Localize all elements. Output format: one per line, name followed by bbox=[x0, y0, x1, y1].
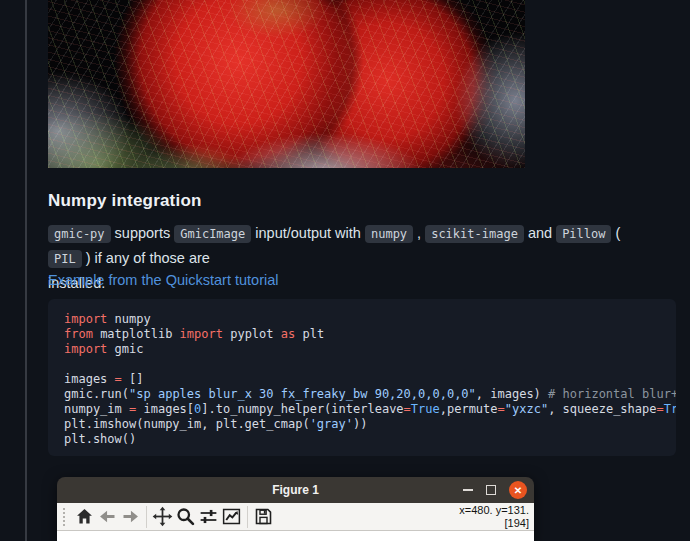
toolbar-separator bbox=[247, 506, 248, 528]
code-block: import numpy from matplotlib import pypl… bbox=[48, 299, 676, 456]
figure-toolbar: x=480. y=131. [194] bbox=[57, 503, 534, 531]
paragraph-text: ) if any of those are bbox=[82, 250, 210, 266]
sliders-icon bbox=[198, 506, 219, 527]
inline-code: scikit-image bbox=[425, 225, 524, 243]
close-icon: ✕ bbox=[514, 485, 522, 496]
close-button[interactable]: ✕ bbox=[509, 481, 527, 499]
floppy-save-icon bbox=[253, 506, 274, 527]
maximize-button[interactable] bbox=[486, 485, 496, 495]
paragraph-text: input/output with bbox=[251, 225, 365, 241]
window-controls: ✕ bbox=[463, 477, 527, 503]
code-block-content: import numpy from matplotlib import pypl… bbox=[64, 312, 660, 447]
inline-code: numpy bbox=[365, 225, 413, 243]
paragraph-text: ( bbox=[611, 225, 620, 241]
home-icon bbox=[74, 506, 95, 527]
line-chart-icon bbox=[221, 506, 242, 527]
pan-button[interactable] bbox=[151, 505, 174, 528]
minimize-button[interactable] bbox=[463, 489, 473, 491]
zoom-button[interactable] bbox=[174, 505, 197, 528]
code-block-code: import numpy from matplotlib import pypl… bbox=[64, 312, 676, 446]
paragraph-text: supports bbox=[111, 225, 175, 241]
quickstart-tutorial-link[interactable]: Example from the Quickstart tutorial bbox=[48, 272, 278, 288]
forward-arrow-icon bbox=[120, 506, 141, 527]
save-button[interactable] bbox=[252, 505, 275, 528]
paragraph-text: and bbox=[524, 225, 556, 241]
forum-page: Numpy integration gmic-py supports GmicI… bbox=[0, 0, 690, 541]
back-arrow-icon bbox=[97, 506, 118, 527]
page-left-divider bbox=[25, 0, 27, 541]
forward-button[interactable] bbox=[119, 505, 142, 528]
toolbar-separator bbox=[146, 506, 147, 528]
post-heading: Numpy integration bbox=[48, 191, 202, 211]
inline-code: PIL bbox=[48, 250, 82, 268]
inline-code: GmicImage bbox=[174, 225, 251, 243]
pan-icon bbox=[152, 506, 173, 527]
inline-code: Pillow bbox=[556, 225, 611, 243]
back-button[interactable] bbox=[96, 505, 119, 528]
post-image-apples[interactable] bbox=[48, 0, 525, 168]
matplotlib-figure-window: Figure 1 ✕ bbox=[57, 477, 534, 541]
magnifier-icon bbox=[175, 506, 196, 527]
paragraph-text: , bbox=[413, 225, 425, 241]
status-coordinates: x=480. y=131. bbox=[459, 504, 529, 517]
cursor-status-readout: x=480. y=131. [194] bbox=[459, 504, 529, 529]
home-button[interactable] bbox=[73, 505, 96, 528]
toolbar-grip[interactable] bbox=[62, 507, 67, 527]
edit-axes-button[interactable] bbox=[220, 505, 243, 528]
status-pixel-value: [194] bbox=[459, 517, 529, 530]
configure-subplots-button[interactable] bbox=[197, 505, 220, 528]
inline-code: gmic-py bbox=[48, 225, 111, 243]
figure-canvas[interactable] bbox=[57, 531, 534, 541]
figure-titlebar[interactable]: Figure 1 ✕ bbox=[57, 477, 534, 503]
